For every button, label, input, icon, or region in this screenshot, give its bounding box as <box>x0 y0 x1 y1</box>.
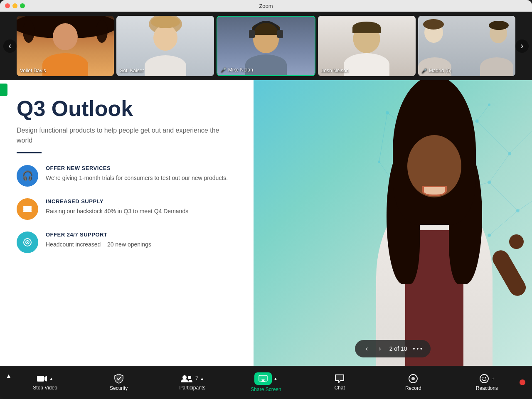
services-body: We're giving 1-month trials for consumer… <box>46 174 228 182</box>
support-heading: OFFER 24/7 SUPPORT <box>46 232 151 238</box>
slide-subtitle: Design functional products to help peopl… <box>17 126 237 145</box>
end-call-button[interactable] <box>520 379 525 385</box>
chat-item[interactable]: Chat <box>321 374 358 391</box>
participant-tile-sofi[interactable]: Sofi Kaiser <box>116 16 214 76</box>
security-label: Security <box>110 385 128 391</box>
reactions-icon-group: + <box>479 374 494 384</box>
slide-divider <box>17 152 42 153</box>
svg-rect-2 <box>23 206 32 208</box>
participant-tile-mike[interactable]: 🎤 Mike Nolan <box>217 16 315 76</box>
share-caret-icon[interactable]: ▲ <box>273 376 278 381</box>
participant-name-josh: Josh Nelson <box>321 68 349 74</box>
reactions-item[interactable]: + Reactions <box>468 374 505 391</box>
svg-rect-1 <box>23 208 32 210</box>
speaker-figure <box>330 94 532 366</box>
share-screen-main-button[interactable] <box>254 372 272 385</box>
participant-name-mike: 🎤 Mike Nolan <box>221 67 253 73</box>
record-item[interactable]: Record <box>394 374 432 391</box>
svg-point-51 <box>483 377 484 379</box>
slide-title: Q3 Outlook <box>17 97 237 121</box>
slide-options-button[interactable]: • • • <box>413 345 422 352</box>
record-icon-group <box>408 374 418 384</box>
supply-heading: INCREASED SUPPLY <box>46 198 188 204</box>
slide-item-supply: INCREASED SUPPLY Raising our backstock 4… <box>17 198 237 220</box>
supply-icon <box>17 198 38 220</box>
stop-video-item[interactable]: ▲ Stop Video <box>27 374 64 391</box>
participant-name-voilet: Voilet Davis <box>20 68 46 74</box>
participants-item[interactable]: 7 ▲ Participants <box>174 374 211 391</box>
svg-point-44 <box>188 376 191 379</box>
slide-next-button[interactable]: › <box>376 344 383 353</box>
reactions-icon <box>479 374 489 384</box>
participants-label: Participants <box>179 385 205 391</box>
support-content: OFFER 24/7 SUPPORT Headcount increased –… <box>46 232 151 249</box>
stop-video-label: Stop Video <box>33 385 57 391</box>
minimize-button[interactable] <box>12 3 17 8</box>
reactions-plus-icon: + <box>492 376 494 381</box>
app-title: Zoom <box>259 3 273 9</box>
slide-prev-button[interactable]: ‹ <box>363 344 370 353</box>
share-screen-label: Share Screen <box>251 387 281 392</box>
svg-point-43 <box>182 375 187 379</box>
stop-video-icon-group: ▲ <box>37 374 54 383</box>
maximize-button[interactable] <box>20 3 25 8</box>
participant-tile-voilet[interactable]: Voilet Davis <box>17 16 114 76</box>
scroll-right-arrow[interactable]: › <box>515 39 529 53</box>
svg-point-50 <box>480 374 488 383</box>
bottom-toolbar: ▲ Stop Video Security 7 ▲ Participants <box>0 366 532 399</box>
services-content: OFFER NEW SERVICES We're giving 1-month … <box>46 165 228 182</box>
svg-point-49 <box>411 377 415 380</box>
supply-body: Raising our backstock 40% in Q3 to meet … <box>46 207 188 216</box>
slide-green-tag <box>0 84 7 96</box>
title-bar: Zoom <box>0 0 532 12</box>
participants-count: 7 <box>195 376 198 382</box>
slide-counter: 2 of 10 <box>389 345 407 352</box>
speaker-panel: ‹ › 2 of 10 • • • <box>254 80 532 366</box>
share-screen-icon-group: ▲ <box>254 372 278 385</box>
svg-point-52 <box>485 377 486 379</box>
participants-caret-icon[interactable]: ▲ <box>200 376 204 381</box>
supply-content: INCREASED SUPPLY Raising our backstock 4… <box>46 198 188 216</box>
scroll-left-arrow[interactable]: ‹ <box>3 39 17 53</box>
security-item[interactable]: Security <box>100 374 138 391</box>
slide-item-support: OFFER 24/7 SUPPORT Headcount increased –… <box>17 232 237 253</box>
participant-tile-josh[interactable]: Josh Nelson <box>318 16 415 76</box>
record-label: Record <box>405 385 421 391</box>
share-screen-icon <box>259 375 268 382</box>
chat-icon <box>335 374 345 383</box>
participant-name-madrid: 🎤 Madrid (5) <box>421 68 452 74</box>
video-camera-icon <box>37 374 47 383</box>
slide-item-services: 🎧 OFFER NEW SERVICES We're giving 1-mont… <box>17 165 237 187</box>
participant-tile-madrid[interactable]: 🎤 Madrid (5) <box>418 16 515 76</box>
support-body: Headcount increased – 20 new openings <box>46 240 151 249</box>
participants-icon-group: 7 ▲ <box>180 374 204 383</box>
chat-icon-group <box>335 374 345 383</box>
svg-point-5 <box>27 242 28 243</box>
share-screen-item[interactable]: ▲ Share Screen <box>247 372 285 392</box>
participants-strip: ‹ Voilet Davis So <box>0 12 532 80</box>
main-content: Q3 Outlook Design functional products to… <box>0 80 532 366</box>
slide-panel: Q3 Outlook Design functional products to… <box>0 80 254 366</box>
video-caret-icon[interactable]: ▲ <box>49 376 54 381</box>
svg-rect-41 <box>37 376 44 382</box>
security-icon-group <box>114 374 123 384</box>
close-button[interactable] <box>5 3 10 8</box>
slide-navigation: ‹ › 2 of 10 • • • <box>355 340 431 357</box>
services-icon: 🎧 <box>17 165 38 187</box>
services-heading: OFFER NEW SERVICES <box>46 165 228 171</box>
participants-icon <box>180 374 193 383</box>
window-controls <box>5 3 25 8</box>
record-icon <box>408 374 418 384</box>
chat-label: Chat <box>334 385 345 391</box>
more-options-caret[interactable]: ▲ <box>6 372 12 379</box>
svg-rect-0 <box>23 210 32 212</box>
shield-icon <box>114 374 123 384</box>
participant-name-sofi: Sofi Kaiser <box>120 68 144 74</box>
reactions-label: Reactions <box>476 385 498 391</box>
support-icon <box>17 232 38 253</box>
svg-marker-42 <box>44 376 47 382</box>
